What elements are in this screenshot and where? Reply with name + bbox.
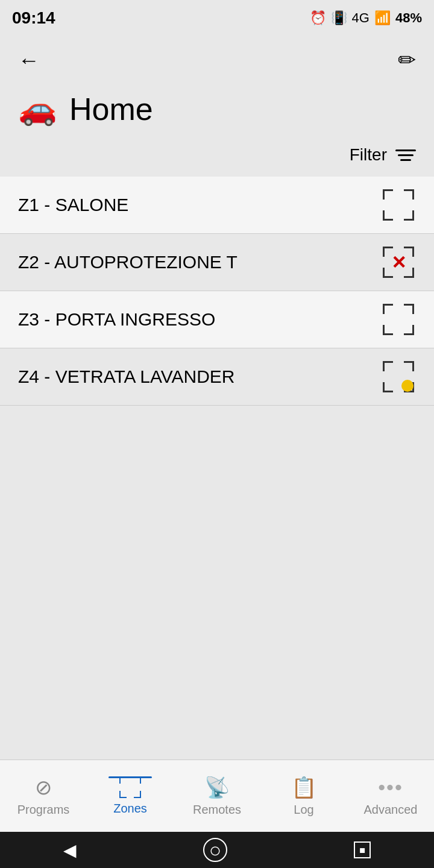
vibrate-icon: 📳 xyxy=(331,10,347,26)
zone-name-z3: Z3 - PORTA INGRESSO xyxy=(18,309,215,330)
zones-label: Zones xyxy=(113,802,147,816)
bottom-nav: ⊘ Programs Zones 📡 Remotes 📋 Log ••• Adv… xyxy=(0,760,434,832)
filter-icon[interactable] xyxy=(395,149,416,161)
zone-item-z3[interactable]: Z3 - PORTA INGRESSO xyxy=(0,291,434,348)
signal-icon: 📶 xyxy=(374,10,391,26)
tab-advanced[interactable]: ••• Advanced xyxy=(347,776,434,817)
programs-label: Programs xyxy=(17,803,70,817)
system-recent-button[interactable]: ▪ xyxy=(354,841,371,858)
advanced-icon: ••• xyxy=(378,776,403,799)
filter-row: Filter xyxy=(0,139,434,177)
remotes-icon: 📡 xyxy=(204,775,230,799)
zone-name-z1: Z1 - SALONE xyxy=(18,195,128,215)
filter-label: Filter xyxy=(350,145,387,165)
back-button[interactable]: ← xyxy=(18,48,40,73)
zone-item-z2[interactable]: Z2 - AUTOPROTEZIONE T ✕ xyxy=(0,234,434,291)
zone-item-z1[interactable]: Z1 - SALONE xyxy=(0,177,434,234)
programs-icon: ⊘ xyxy=(35,775,52,799)
edit-button[interactable]: ✏ xyxy=(398,48,416,73)
system-nav-bar: ◀ ○ ▪ xyxy=(0,832,434,868)
car-icon: 🚗 xyxy=(18,90,57,127)
page-header: 🚗 Home xyxy=(0,84,434,139)
warning-dot-z4 xyxy=(401,380,414,392)
bracket-icon-z1 xyxy=(383,189,414,221)
tab-log[interactable]: 📋 Log xyxy=(260,775,347,817)
log-icon: 📋 xyxy=(291,775,316,799)
zone-list: Z1 - SALONE Z2 - AUTOPROTEZIONE T ✕ Z3 -… xyxy=(0,177,434,406)
remotes-label: Remotes xyxy=(193,803,241,817)
tab-remotes[interactable]: 📡 Remotes xyxy=(174,775,260,817)
log-label: Log xyxy=(294,803,313,817)
bracket-icon-z3 xyxy=(383,304,414,335)
error-icon-z2: ✕ xyxy=(391,252,406,273)
advanced-label: Advanced xyxy=(364,803,418,817)
system-back-button[interactable]: ◀ xyxy=(63,840,77,860)
page-title: Home xyxy=(69,91,153,127)
system-home-button[interactable]: ○ xyxy=(203,838,227,862)
zone-status-z2: ✕ xyxy=(381,245,416,280)
battery-label: 48% xyxy=(395,10,422,26)
top-nav: ← ✏ xyxy=(0,36,434,84)
zone-name-z2: Z2 - AUTOPROTEZIONE T xyxy=(18,252,237,272)
zones-icon xyxy=(119,776,141,798)
zone-status-z3 xyxy=(381,302,416,337)
zone-status-z4 xyxy=(381,359,416,394)
network-icon: 4G xyxy=(352,10,370,26)
alarm-icon: ⏰ xyxy=(310,10,326,26)
status-time: 09:14 xyxy=(12,8,55,28)
status-bar: 09:14 ⏰ 📳 4G 📶 48% xyxy=(0,0,434,36)
tab-zones[interactable]: Zones xyxy=(87,776,174,816)
zone-status-z1 xyxy=(381,187,416,222)
tab-programs[interactable]: ⊘ Programs xyxy=(0,775,87,817)
status-icons: ⏰ 📳 4G 📶 48% xyxy=(310,10,422,26)
zone-item-z4[interactable]: Z4 - VETRATA LAVANDER xyxy=(0,348,434,406)
zone-name-z4: Z4 - VETRATA LAVANDER xyxy=(18,366,235,387)
